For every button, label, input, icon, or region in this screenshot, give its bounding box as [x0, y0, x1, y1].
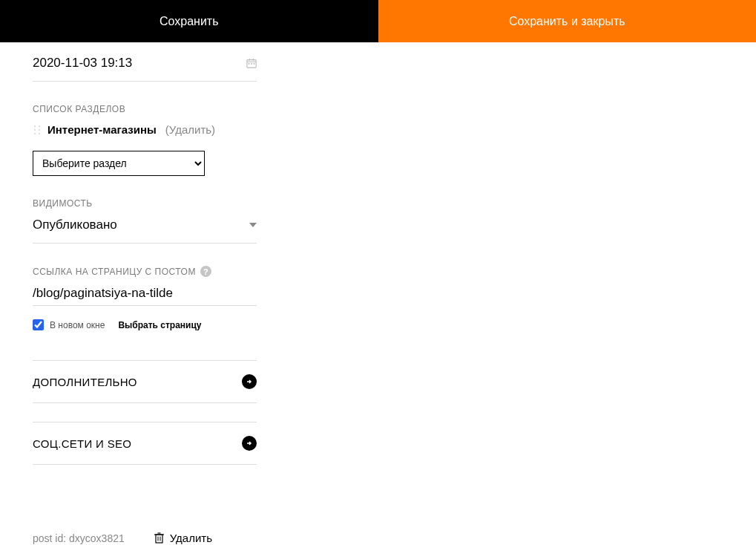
new-window-label: В новом окне — [50, 320, 105, 330]
additional-section[interactable]: ДОПОЛНИТЕЛЬНО — [33, 360, 257, 403]
section-name: Интернет-магазины — [47, 123, 157, 136]
svg-point-9 — [34, 128, 36, 130]
svg-point-8 — [39, 125, 40, 126]
section-select[interactable]: Выберите раздел — [33, 151, 205, 176]
save-button[interactable]: Сохранить — [0, 0, 378, 42]
date-value: 2020-11-03 19:13 — [33, 56, 132, 71]
arrow-right-icon — [242, 374, 257, 389]
drag-handle-icon[interactable] — [33, 125, 42, 135]
calendar-icon — [246, 58, 257, 68]
arrow-right-icon — [242, 436, 257, 451]
section-item: Интернет-магазины (Удалить) — [33, 123, 257, 136]
sections-block: СПИСОК РАЗДЕЛОВ Интернет-магазины (Удали… — [33, 104, 257, 198]
svg-point-10 — [39, 128, 40, 130]
section-remove-link[interactable]: (Удалить) — [165, 123, 215, 136]
additional-label: ДОПОЛНИТЕЛЬНО — [33, 376, 137, 388]
svg-rect-6 — [254, 63, 255, 65]
footer: post id: dxycox3821 Удалить — [33, 532, 257, 544]
svg-rect-5 — [251, 63, 252, 65]
svg-rect-13 — [156, 535, 162, 543]
new-window-checkbox[interactable] — [33, 319, 44, 330]
chevron-down-icon — [249, 223, 257, 227]
help-icon[interactable]: ? — [200, 266, 211, 277]
visibility-label: ВИДИМОСТЬ — [33, 198, 257, 209]
social-seo-label: СОЦ.СЕТИ И SEO — [33, 437, 131, 450]
trash-icon — [154, 532, 164, 544]
sections-label: СПИСОК РАЗДЕЛОВ — [33, 104, 257, 114]
save-close-button[interactable]: Сохранить и закрыть — [378, 0, 757, 42]
post-id: post id: dxycox3821 — [33, 532, 125, 544]
svg-rect-4 — [249, 63, 250, 65]
link-label: ССЫЛКА НА СТРАНИЦУ С ПОСТОМ — [33, 267, 196, 277]
link-input[interactable] — [33, 286, 257, 306]
delete-label: Удалить — [170, 532, 212, 544]
svg-point-12 — [39, 132, 40, 134]
delete-button[interactable]: Удалить — [154, 532, 212, 544]
svg-point-11 — [34, 132, 36, 134]
visibility-value: Опубликовано — [33, 218, 117, 232]
visibility-select[interactable]: Опубликовано — [33, 218, 257, 244]
select-page-link[interactable]: Выбрать страницу — [118, 320, 201, 330]
link-block: ССЫЛКА НА СТРАНИЦУ С ПОСТОМ ? В новом ок… — [33, 266, 257, 330]
social-seo-section[interactable]: СОЦ.СЕТИ И SEO — [33, 422, 257, 465]
date-field[interactable]: 2020-11-03 19:13 — [33, 56, 257, 82]
visibility-block: ВИДИМОСТЬ Опубликовано — [33, 198, 257, 244]
svg-point-7 — [34, 125, 36, 126]
